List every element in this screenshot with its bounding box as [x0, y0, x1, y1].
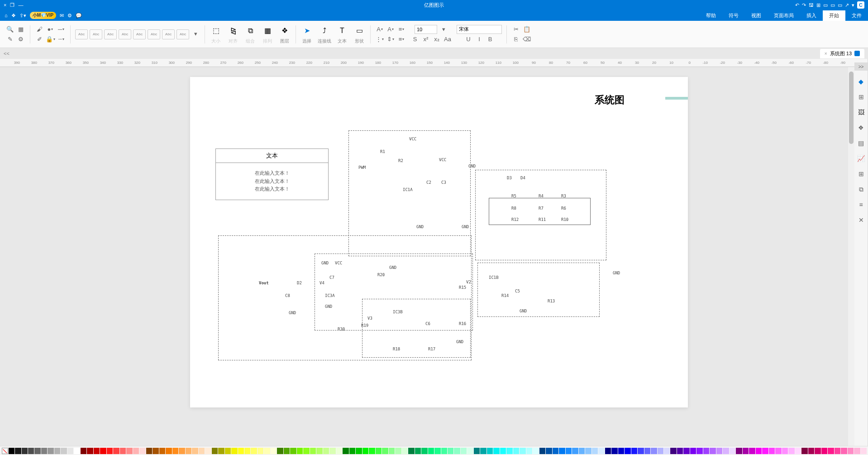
style-preset[interactable]: Abc [176, 29, 189, 39]
qat-print-icon[interactable]: ▭ [830, 2, 835, 8]
connector-tool-icon[interactable]: ⤴ [318, 24, 331, 37]
eyedropper-icon[interactable]: ✐ [35, 35, 44, 44]
font-fill-dd[interactable]: A [386, 25, 395, 34]
color-swatch[interactable] [513, 448, 519, 454]
color-swatch[interactable] [238, 448, 244, 454]
color-swatch[interactable] [199, 448, 205, 454]
sidebar-image-icon[interactable]: 🖼 [857, 108, 866, 117]
color-swatch[interactable] [133, 448, 139, 454]
qat-undo-icon[interactable]: ↶ [795, 2, 799, 8]
color-swatch[interactable] [526, 448, 532, 454]
menu-symbol[interactable]: 符号 [722, 10, 745, 21]
style-preset[interactable]: Abc [133, 29, 146, 39]
color-swatch[interactable] [651, 448, 657, 454]
color-swatch[interactable] [441, 448, 447, 454]
color-swatch[interactable] [835, 448, 840, 454]
color-swatch[interactable] [402, 448, 408, 454]
color-swatch[interactable] [231, 448, 237, 454]
font-color-dd[interactable]: A [375, 25, 384, 34]
color-swatch[interactable] [493, 448, 499, 454]
color-swatch[interactable] [631, 448, 637, 454]
color-swatch[interactable] [815, 448, 820, 454]
collapse-panel-icon[interactable]: << [4, 51, 10, 56]
strikethrough-icon[interactable]: S [410, 35, 420, 44]
color-swatch[interactable] [795, 448, 801, 454]
menu-file[interactable]: 文件 [845, 10, 868, 21]
qat-save-icon[interactable]: 🖫 [809, 2, 814, 8]
color-swatch[interactable] [336, 448, 342, 454]
qat-new-icon[interactable]: ⊞ [816, 2, 820, 8]
color-swatch[interactable] [362, 448, 368, 454]
color-swatch[interactable] [415, 448, 421, 454]
super-icon[interactable]: x² [421, 35, 430, 44]
color-swatch[interactable] [683, 448, 689, 454]
qat-open-icon[interactable]: ▭ [838, 2, 842, 8]
color-swatch[interactable] [861, 448, 867, 454]
color-swatch[interactable] [585, 448, 591, 454]
size-tool-icon[interactable]: ⬚ [210, 24, 222, 37]
sidebar-random-icon[interactable]: ✕ [857, 216, 866, 225]
color-swatch[interactable] [716, 448, 722, 454]
color-swatch[interactable] [644, 448, 650, 454]
style-preset[interactable]: Abc [148, 29, 160, 39]
color-swatch[interactable] [15, 448, 21, 454]
fill-dd-icon[interactable]: ● [46, 25, 55, 34]
underline-icon[interactable]: U [464, 35, 473, 44]
style-more-icon[interactable]: ▾ [191, 29, 200, 38]
color-swatch[interactable] [788, 448, 794, 454]
sub-icon[interactable]: x₂ [432, 35, 441, 44]
color-swatch[interactable] [710, 448, 715, 454]
circuit-block-3[interactable] [477, 263, 600, 317]
menu-help[interactable]: 帮助 [700, 10, 722, 21]
color-swatch[interactable] [605, 448, 611, 454]
color-swatch[interactable] [120, 448, 126, 454]
font-dd-icon[interactable]: ▾ [439, 25, 448, 34]
color-swatch[interactable] [61, 448, 67, 454]
color-swatch[interactable] [271, 448, 277, 454]
color-swatch[interactable] [395, 448, 401, 454]
color-swatch[interactable] [297, 448, 303, 454]
color-swatch[interactable] [743, 448, 749, 454]
color-swatch[interactable] [618, 448, 624, 454]
color-swatch[interactable] [598, 448, 604, 454]
sidebar-data-icon[interactable]: ⧉ [857, 185, 866, 194]
color-swatch[interactable] [808, 448, 814, 454]
menu-view[interactable]: 视图 [745, 10, 768, 21]
color-swatch[interactable] [225, 448, 231, 454]
replace-icon[interactable]: ✎ [5, 35, 14, 44]
menu-apps-icon[interactable]: ❖ [11, 13, 16, 19]
color-swatch[interactable] [566, 448, 572, 454]
sidebar-library-icon[interactable]: ⊞ [857, 92, 866, 101]
delete-icon[interactable]: ⌫ [522, 35, 531, 44]
color-swatch[interactable] [146, 448, 152, 454]
paste-icon[interactable]: 📋 [522, 25, 531, 34]
color-swatch[interactable] [244, 448, 250, 454]
color-swatch[interactable] [100, 448, 106, 454]
color-swatch[interactable] [500, 448, 506, 454]
color-swatch[interactable] [172, 448, 178, 454]
color-swatch[interactable] [166, 448, 172, 454]
list-dd[interactable]: ≡ [397, 25, 406, 34]
color-swatch[interactable] [611, 448, 617, 454]
qat-export-icon[interactable]: ▭ [823, 2, 828, 8]
color-swatch[interactable] [54, 448, 60, 454]
sidebar-shapes-icon[interactable]: ◆ [857, 77, 866, 86]
qat-redo-icon[interactable]: ↷ [802, 2, 806, 8]
color-swatch[interactable] [369, 448, 375, 454]
color-swatch[interactable] [251, 448, 257, 454]
menu-comment-icon[interactable]: 💬 [76, 13, 82, 19]
color-swatch[interactable] [81, 448, 86, 454]
color-swatch[interactable] [74, 448, 80, 454]
color-swatch[interactable] [139, 448, 145, 454]
menu-tool-icon[interactable]: ⚙ [67, 13, 72, 19]
color-swatch[interactable] [434, 448, 440, 454]
color-swatch[interactable] [9, 448, 14, 454]
color-swatch[interactable] [506, 448, 512, 454]
text-annotation-box[interactable]: 文本 在此输入文本！ 在此输入文本！ 在此输入文本！ [215, 148, 329, 200]
color-swatch[interactable] [625, 448, 630, 454]
color-swatch[interactable] [159, 448, 165, 454]
color-swatch[interactable] [474, 448, 480, 454]
color-swatch[interactable] [107, 448, 113, 454]
lock-dd-icon[interactable]: 🔒 [46, 35, 55, 44]
align-text-dd[interactable]: ≡ [397, 35, 406, 44]
